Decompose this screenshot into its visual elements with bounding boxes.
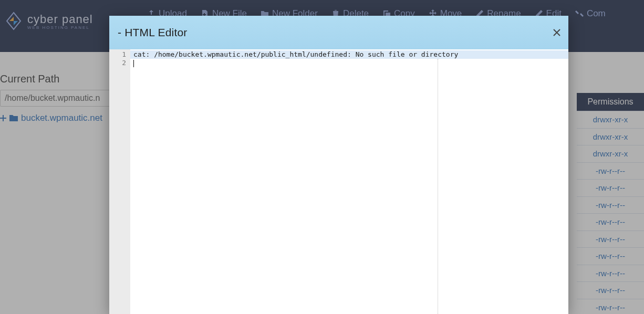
html-editor-modal: - HTML Editor 1 2 cat: /home/bucket.wpma… <box>109 16 568 314</box>
close-icon <box>553 29 560 36</box>
gutter-line: 1 <box>109 50 130 59</box>
gutter-line: 2 <box>109 59 130 67</box>
code-line[interactable]: cat: /home/bucket.wpmautic.net/public_ht… <box>130 50 568 59</box>
editor-gutter: 1 2 <box>109 49 130 314</box>
modal-title: - HTML Editor <box>118 26 188 39</box>
code-line[interactable] <box>130 59 568 67</box>
editor-guide-line <box>438 59 438 314</box>
text-cursor <box>133 60 134 67</box>
close-button[interactable] <box>549 25 564 40</box>
editor-code-area[interactable]: cat: /home/bucket.wpmautic.net/public_ht… <box>130 49 568 314</box>
modal-header: - HTML Editor <box>109 16 568 49</box>
code-editor[interactable]: 1 2 cat: /home/bucket.wpmautic.net/publi… <box>109 49 568 314</box>
